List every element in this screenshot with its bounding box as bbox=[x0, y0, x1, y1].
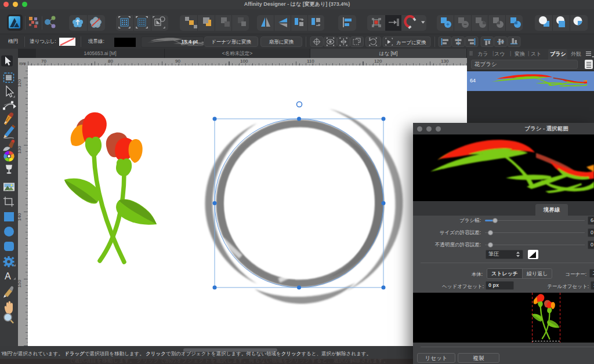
svg-text:カーブに変換: カーブに変換 bbox=[396, 39, 426, 45]
svg-text:A: A bbox=[5, 271, 11, 281]
